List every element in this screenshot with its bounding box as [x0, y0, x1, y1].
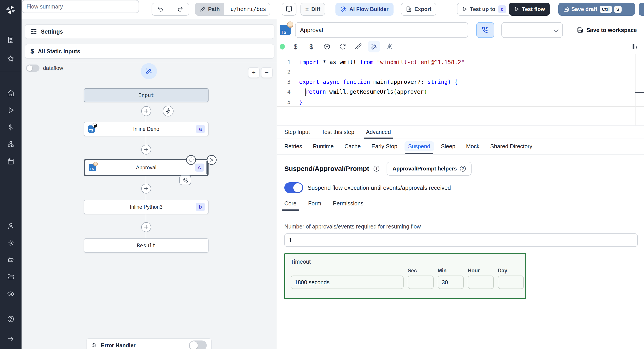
node-inline-python[interactable]: Inline Python3 b: [84, 200, 208, 214]
package-button[interactable]: [321, 41, 333, 52]
flow-summary-input[interactable]: [22, 0, 139, 13]
ai-fix-disabled-button[interactable]: [384, 41, 396, 52]
suspend-phone-button[interactable]: [476, 22, 494, 38]
library-button[interactable]: [631, 43, 638, 50]
flow-settings-button[interactable]: Settings: [25, 24, 274, 39]
timeout-min-input[interactable]: [438, 276, 464, 289]
tab-advanced[interactable]: Advanced: [366, 125, 391, 138]
paintbrush-icon: [355, 43, 362, 50]
delete-step-button[interactable]: [207, 155, 216, 165]
ai-generate-button[interactable]: [368, 41, 380, 52]
info-icon[interactable]: i: [374, 166, 380, 172]
static-dollar-button[interactable]: $: [306, 41, 317, 52]
tab-test-this-step[interactable]: Test this step: [322, 125, 354, 138]
move-step-button[interactable]: [186, 155, 196, 165]
docs-button[interactable]: [282, 3, 296, 16]
redo-button[interactable]: [172, 3, 189, 15]
help-icon[interactable]: [4, 312, 18, 326]
building-icon[interactable]: [4, 33, 18, 47]
windmill-logo-icon[interactable]: [4, 3, 17, 16]
dollar-variables-icon[interactable]: [4, 120, 18, 134]
home-icon[interactable]: [4, 86, 18, 100]
test-flow-button[interactable]: Test flow: [509, 3, 550, 16]
error-handler-toggle[interactable]: [189, 341, 207, 349]
export-button[interactable]: Export: [401, 3, 436, 16]
variables-dollar-button[interactable]: $: [290, 41, 301, 52]
folder-icon[interactable]: [4, 270, 18, 284]
all-static-inputs-button[interactable]: $ All Static Inputs: [25, 44, 274, 59]
template-select[interactable]: [502, 22, 563, 38]
code-line[interactable]: 4 return wmill.getResumeUrls(approver): [277, 87, 644, 97]
tab-shared-directory[interactable]: Shared Directory: [490, 138, 532, 154]
magic-wand-icon: [371, 43, 378, 50]
zoom-out-button[interactable]: −: [261, 67, 273, 78]
path-value[interactable]: u/henri/bes: [227, 3, 270, 15]
tab-form[interactable]: Form: [308, 200, 321, 211]
play-runs-icon[interactable]: [4, 103, 18, 117]
plus-minus-icon: ±: [306, 6, 308, 13]
suspend-approval-step-badge[interactable]: [180, 175, 191, 185]
timeout-seconds-input[interactable]: [290, 276, 404, 289]
tab-mock[interactable]: Mock: [466, 138, 480, 154]
tab-core[interactable]: Core: [284, 200, 296, 211]
approval-prompt-helpers-button[interactable]: Approval/Prompt helpers ?: [386, 162, 472, 176]
expand-arrow-icon[interactable]: [4, 332, 18, 346]
format-button[interactable]: [352, 41, 364, 52]
cubes-resources-icon[interactable]: [4, 138, 18, 151]
path-group[interactable]: Path u/henri/bes: [195, 3, 270, 16]
code-line[interactable]: 2: [277, 67, 644, 77]
zoom-in-button[interactable]: +: [248, 67, 260, 78]
scrollbar-decoration[interactable]: [635, 92, 644, 93]
timeout-day-input[interactable]: [498, 276, 524, 289]
tab-sleep[interactable]: Sleep: [441, 138, 456, 154]
timeout-sec-input[interactable]: [408, 276, 434, 289]
add-step-button-4[interactable]: [141, 222, 151, 232]
calendar-schedules-icon[interactable]: [4, 155, 18, 168]
tab-retries[interactable]: Retries: [284, 138, 302, 154]
tab-label: Core: [284, 200, 296, 207]
deploy-button-partial[interactable]: [638, 3, 644, 16]
test-up-to-button[interactable]: Test up to c: [457, 3, 511, 16]
suspend-toggle[interactable]: [284, 182, 303, 193]
lightning-icon: [166, 108, 171, 114]
code-line[interactable]: 5}: [277, 97, 644, 107]
approvals-count-input[interactable]: [284, 233, 638, 247]
zoom-out-label: −: [265, 69, 269, 76]
tab-early-stop[interactable]: Early Stop: [372, 138, 397, 154]
add-step-button-3[interactable]: [141, 184, 151, 194]
code-line[interactable]: 1import * as wmill from "windmill-client…: [277, 57, 644, 67]
save-draft-button[interactable]: Save draft Ctrl S: [558, 3, 635, 16]
add-step-button-2[interactable]: [141, 145, 151, 155]
windmill-flow-editor: Path u/henri/bes ± Diff AI Flow Builder …: [0, 0, 644, 349]
step-name-input[interactable]: [295, 22, 468, 38]
error-handler-row[interactable]: Error Handler: [86, 338, 212, 349]
tab-suspend[interactable]: Suspend: [408, 138, 430, 154]
code-editor[interactable]: 1import * as wmill from "windmill-client…: [277, 54, 644, 125]
undo-button[interactable]: [152, 3, 169, 15]
path-button[interactable]: Path: [196, 3, 224, 15]
node-input[interactable]: Input: [84, 88, 208, 102]
settings-gear-icon[interactable]: [4, 236, 18, 250]
ai-flow-builder-button[interactable]: AI Flow Builder: [336, 3, 394, 16]
tab-permissions[interactable]: Permissions: [333, 200, 364, 211]
node-result[interactable]: Result: [84, 238, 208, 253]
node-approval-badge: c: [195, 164, 204, 172]
tab-runtime[interactable]: Runtime: [313, 138, 334, 154]
robot-workers-icon[interactable]: [4, 253, 18, 267]
eye-audit-icon[interactable]: [4, 287, 18, 301]
reload-button[interactable]: [337, 41, 348, 52]
dataflow-toggle[interactable]: [26, 64, 40, 72]
line-number: 4: [277, 87, 290, 97]
add-step-button-1[interactable]: [141, 106, 151, 116]
timeout-hour-input[interactable]: [468, 276, 494, 289]
add-trigger-button[interactable]: [163, 106, 174, 116]
star-icon[interactable]: [4, 52, 18, 65]
user-icon[interactable]: [4, 219, 18, 233]
code-line[interactable]: 3export async function main(approver?: s…: [277, 77, 644, 87]
node-inline-deno[interactable]: TS Inline Deno a: [84, 122, 208, 136]
save-to-workspace-button[interactable]: Save to workspace: [577, 27, 637, 33]
tab-cache[interactable]: Cache: [344, 138, 360, 154]
diff-button[interactable]: ± Diff: [300, 3, 325, 16]
tab-step-input[interactable]: Step Input: [284, 125, 310, 138]
graph-ai-wand-button[interactable]: [141, 63, 157, 79]
